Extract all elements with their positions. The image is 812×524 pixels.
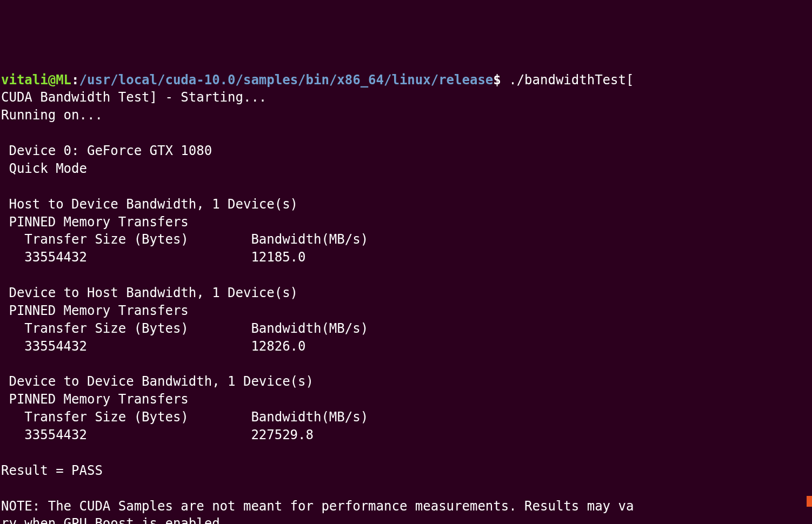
output-line: PINNED Memory Transfers: [1, 392, 189, 407]
output-line: Transfer Size (Bytes) Bandwidth(MB/s): [1, 232, 368, 247]
prompt-colon: :: [71, 72, 79, 88]
output-line: Result = PASS: [1, 463, 103, 478]
output-line: 33554432 227529.8: [1, 427, 314, 442]
prompt-dollar: $: [493, 72, 501, 88]
terminal[interactable]: vitali@ML:/usr/local/cuda-10.0/samples/b…: [0, 71, 812, 525]
output-line: Device to Host Bandwidth, 1 Device(s): [1, 285, 298, 300]
output-line: PINNED Memory Transfers: [1, 303, 189, 318]
output-line: Transfer Size (Bytes) Bandwidth(MB/s): [1, 321, 368, 336]
output-line: 33554432 12185.0: [1, 250, 306, 265]
output-line: 33554432 12826.0: [1, 339, 306, 354]
output-line: Quick Mode: [1, 161, 87, 176]
output-line: ry when GPU Boost is enabled.: [1, 516, 228, 524]
output-line: PINNED Memory Transfers: [1, 214, 189, 230]
prompt-user-host: vitali@ML: [1, 72, 71, 88]
output-line: Transfer Size (Bytes) Bandwidth(MB/s): [1, 409, 368, 425]
output-line: Device 0: GeForce GTX 1080: [1, 143, 212, 158]
prompt-path: /usr/local/cuda-10.0/samples/bin/x86_64/…: [79, 72, 494, 88]
output-line: Device to Device Bandwidth, 1 Device(s): [1, 374, 314, 389]
output-line: Host to Device Bandwidth, 1 Device(s): [1, 197, 298, 212]
output-line: Running on...: [1, 108, 103, 123]
command-text: ./bandwidthTest[: [501, 72, 634, 88]
scrollbar-indicator[interactable]: [807, 496, 812, 507]
output-line: CUDA Bandwidth Test] - Starting...: [1, 90, 267, 105]
output-line: NOTE: The CUDA Samples are not meant for…: [1, 499, 634, 514]
